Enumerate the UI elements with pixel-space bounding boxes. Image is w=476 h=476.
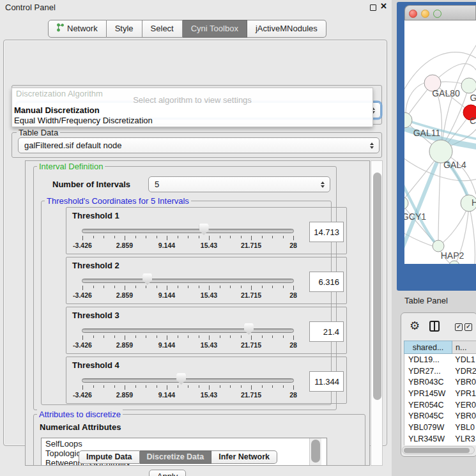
tick-label: 2.859 xyxy=(116,391,133,399)
number-of-intervals-combobox[interactable]: 5 xyxy=(148,176,330,192)
tab-label: jActiveMNodules xyxy=(256,24,318,33)
table-hscrollbar[interactable] xyxy=(402,446,475,454)
tick-label: 21.715 xyxy=(241,291,261,299)
algorithm-option-equal-width-frequency-discretization[interactable]: Equal Width/Frequency Discretization xyxy=(14,116,153,125)
slider-ticks: -3.4262.8599.14415.4321.71528 xyxy=(82,385,293,399)
network-edge xyxy=(438,151,441,245)
column-header-shared[interactable]: shared... xyxy=(404,341,452,354)
checkbox-icon[interactable]: ✓ xyxy=(464,323,472,331)
threshold-label: Threshold 4 xyxy=(72,360,119,370)
tick-label: 21.715 xyxy=(241,341,261,349)
settings-viewport: Interval Definition Number of Intervals … xyxy=(25,160,370,466)
threshold-4-thumb[interactable] xyxy=(176,373,186,385)
tick-label: -3.426 xyxy=(73,341,92,349)
tab-label: Style xyxy=(115,24,134,33)
cyni-toolbox-content: Discretization Algorithm Select algorith… xyxy=(3,40,387,446)
tick-label: 15.43 xyxy=(201,391,217,399)
threshold-label: Threshold 3 xyxy=(72,311,119,320)
tick-label: 2.859 xyxy=(116,242,133,249)
threshold-4-slider[interactable] xyxy=(82,378,294,383)
network-edge-highlighted xyxy=(404,153,441,256)
table-row[interactable]: YER054CYER0 xyxy=(404,399,476,411)
close-icon[interactable]: ✕ xyxy=(380,1,387,11)
node-label-hap2: HAP2 xyxy=(441,250,464,261)
table-data-value: galFiltered.sif default node xyxy=(24,141,121,150)
number-of-intervals-label: Number of Intervals xyxy=(52,180,130,189)
tick-label: -3.426 xyxy=(73,291,92,299)
table-data-title: Table Data xyxy=(17,128,60,137)
list-scrollbar[interactable] xyxy=(309,438,321,466)
network-window-titlebar[interactable] xyxy=(404,5,476,20)
table-row[interactable]: YBL079WYBL0 xyxy=(404,422,476,433)
node-label-gcy1: GCY1 xyxy=(404,211,426,222)
cell-name: YLR3 xyxy=(452,433,476,445)
tab-discretize-data[interactable]: Discretize Data xyxy=(140,450,212,464)
tick-label: 28 xyxy=(289,242,297,249)
cell-name: YIL0 xyxy=(452,445,476,446)
attribute-item-selfloops[interactable]: SelfLoops xyxy=(42,438,326,448)
table-row[interactable]: YPR145WYPR1 xyxy=(404,388,476,399)
cell-name: YBR0 xyxy=(452,376,476,388)
checkbox-icon[interactable]: ✓ xyxy=(455,323,463,331)
close-traffic-icon[interactable] xyxy=(409,10,417,18)
threshold-3-thumb[interactable] xyxy=(244,323,254,335)
node-label-h: H xyxy=(472,197,476,208)
tab-infer-network[interactable]: Infer Network xyxy=(211,450,277,464)
tab-network[interactable]: Network xyxy=(48,20,107,38)
threshold-2-slider[interactable] xyxy=(82,279,294,283)
gear-icon[interactable]: ⚙ xyxy=(410,319,420,333)
threshold-4-value[interactable]: 11.344 xyxy=(309,371,344,392)
tick-label: -3.426 xyxy=(73,242,92,249)
algorithm-option-manual-discretization[interactable]: Manual Discretization xyxy=(14,105,100,115)
slider-ticks: -3.4262.8599.14415.4321.71528 xyxy=(82,236,293,250)
threshold-3-slider[interactable] xyxy=(82,328,294,333)
tick-label: 15.43 xyxy=(201,291,217,299)
table-row[interactable]: YLR345WYLR3 xyxy=(404,433,476,445)
threshold-1-thumb[interactable] xyxy=(199,224,209,235)
tab-style[interactable]: Style xyxy=(107,20,142,38)
app-root: Control Panel ✕ NetworkStyleSelectCyni T… xyxy=(0,0,476,476)
table-row[interactable]: YDL19...YDL1 xyxy=(404,354,476,365)
cell-name: YBR0 xyxy=(452,410,476,422)
settings-scrollbar[interactable] xyxy=(371,160,383,466)
zoom-traffic-icon[interactable] xyxy=(433,10,441,18)
cell-name: YDL1 xyxy=(452,354,476,365)
threshold-1-slider[interactable] xyxy=(82,229,294,233)
tab-cyni-toolbox[interactable]: Cyni Toolbox xyxy=(183,20,247,38)
threshold-3-value[interactable]: 21.4 xyxy=(309,321,344,342)
table-row[interactable]: YIL052CYIL0 xyxy=(404,445,476,446)
float-window-icon[interactable] xyxy=(370,4,376,11)
panel-title: Control Panel xyxy=(5,3,56,12)
tab-impute-data[interactable]: Impute Data xyxy=(79,450,140,464)
network-node-gal11[interactable] xyxy=(404,112,412,128)
column-layout-icon[interactable] xyxy=(429,321,440,332)
threshold-4-panel: Threshold 4-3.4262.8599.14415.4321.71528… xyxy=(66,357,347,404)
threshold-1-value[interactable]: 14.713 xyxy=(309,222,344,242)
threshold-2-thumb[interactable] xyxy=(142,273,152,285)
tick-label: 15.43 xyxy=(201,242,217,249)
numerical-attributes-label: Numerical Attributes xyxy=(40,422,121,432)
tab-jactivemnodules[interactable]: jActiveMNodules xyxy=(247,20,326,38)
table-row[interactable]: YBR043CYBR0 xyxy=(404,376,476,388)
cell-name: YBL0 xyxy=(452,422,476,433)
tick-label: 28 xyxy=(289,291,297,299)
threshold-3-panel: Threshold 3-3.4262.8599.14415.4321.71528… xyxy=(66,307,347,354)
threshold-1-panel: Threshold 1-3.4262.8599.14415.4321.71528… xyxy=(66,207,347,254)
network-canvas[interactable]: GAL80GAL11GAL4GCY1HAP2GHC xyxy=(404,20,476,264)
tick-label: 21.715 xyxy=(241,391,261,399)
tab-select[interactable]: Select xyxy=(142,20,183,38)
minimize-traffic-icon[interactable] xyxy=(421,10,429,18)
column-header-name[interactable]: n... xyxy=(452,341,476,354)
threshold-2-value[interactable]: 6.316 xyxy=(309,272,344,292)
network-node-gcy1[interactable] xyxy=(404,197,408,210)
node-label-g: G xyxy=(470,93,476,103)
cell-shared-name: YLR345W xyxy=(404,433,452,445)
network-node[interactable] xyxy=(449,261,459,264)
apply-button[interactable]: Apply xyxy=(149,470,186,476)
control-panel: Control Panel ✕ NetworkStyleSelectCyni T… xyxy=(0,0,392,476)
table-row[interactable]: YDR27...YDR2 xyxy=(404,365,476,377)
algorithm-dropdown-popup: Discretization Algorithm Select algorith… xyxy=(12,88,373,127)
table-data-combobox[interactable]: galFiltered.sif default node xyxy=(18,137,380,153)
table-row[interactable]: YBR045CYBR0 xyxy=(404,410,476,422)
network-node[interactable] xyxy=(461,78,476,93)
